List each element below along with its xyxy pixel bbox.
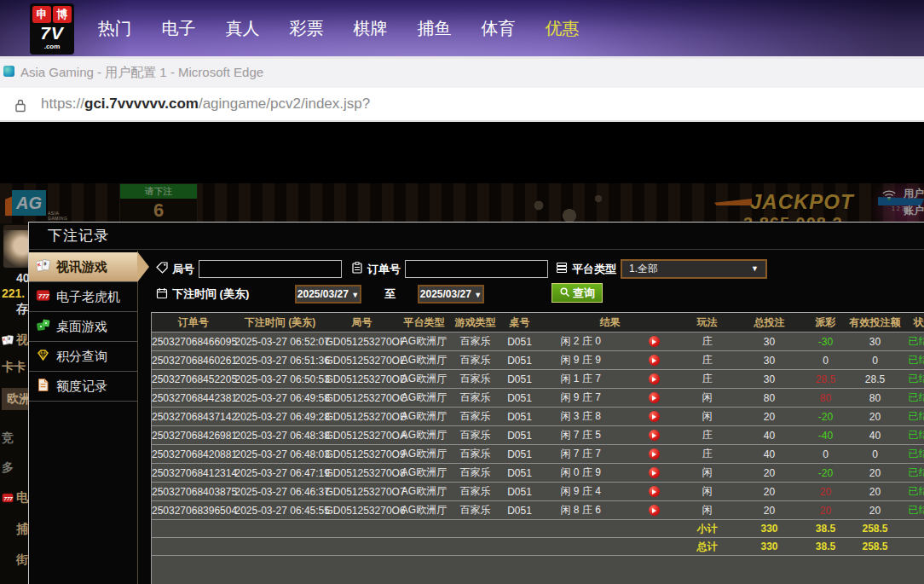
- date-to-dropdown[interactable]: 2025/03/27 ▼: [418, 285, 484, 304]
- cell-table: D051: [501, 389, 539, 408]
- nav-item-6[interactable]: 捕鱼: [402, 0, 466, 56]
- cell-order: 250327068396504: [152, 501, 235, 520]
- cell-result: 闲 1 庄 7: [539, 370, 682, 389]
- cell-round: GD051253270O6: [326, 501, 399, 520]
- cell-total-bet: 30: [733, 370, 806, 389]
- lobby-left-label: 存款: [16, 302, 28, 317]
- user-avatar: [3, 225, 28, 268]
- sidebar-tab-5[interactable]: 额度记录: [29, 372, 137, 402]
- date-from-dropdown[interactable]: 2025/03/27 ▼: [295, 285, 361, 304]
- wallet-icon: [2, 304, 14, 315]
- cards-icon: K9: [2, 334, 14, 346]
- play-video-icon[interactable]: [649, 505, 660, 516]
- play-video-icon[interactable]: [649, 411, 660, 422]
- cell-valid-bet: 40: [846, 426, 905, 445]
- play-video-icon[interactable]: [649, 486, 660, 497]
- site-logo[interactable]: 申 博 7V .com: [30, 3, 74, 55]
- cell-round: GD051253270OA: [326, 426, 399, 445]
- sidebar-tab-3[interactable]: 桌面游戏: [29, 312, 137, 342]
- window-title: Asia Gaming - 用户配置 1 - Microsoft Edge: [20, 65, 263, 81]
- cell-platform: AG欧洲厅: [399, 370, 450, 389]
- result-text: 闲 8 庄 6: [561, 503, 601, 518]
- search-icon: [559, 286, 570, 300]
- grand-total-total-bet: 330: [733, 538, 806, 556]
- nav-item-7[interactable]: 体育: [466, 0, 530, 56]
- sidebar-tab-label: 视讯游戏: [56, 259, 107, 275]
- table-row-2: 2503270684602612025-03-27 06:51:36GD0512…: [152, 351, 924, 370]
- platform-select[interactable]: 1.全部 ▼: [621, 259, 767, 279]
- browser-url-bar[interactable]: https://gci.7vvvvvv.com/agingame/pcv2/in…: [0, 88, 924, 122]
- cell-payout: -30: [806, 332, 846, 351]
- cell-status: 已结算: [905, 426, 924, 445]
- cell-status: 已结算: [905, 408, 924, 426]
- grand-total-spacer: [152, 538, 682, 556]
- platform-list-icon: [556, 262, 568, 276]
- cell-game: 百家乐: [450, 351, 501, 370]
- play-video-icon[interactable]: [649, 373, 660, 385]
- cell-total-bet: 20: [733, 501, 806, 520]
- cell-platform: AG欧洲厅: [399, 483, 450, 501]
- query-button[interactable]: 查询: [552, 283, 603, 303]
- url-prefix: https://: [41, 95, 84, 112]
- cell-order: 250327068412314: [152, 464, 235, 483]
- sidebar-tab-label: 电子老虎机: [56, 289, 120, 305]
- round-input[interactable]: [199, 260, 342, 278]
- lobby-left-label: 电子游戏: [16, 490, 28, 506]
- play-video-icon[interactable]: [649, 392, 660, 403]
- lobby-left-item-6: 欧洲: [2, 388, 28, 410]
- nav-item-2[interactable]: 电子: [147, 0, 211, 56]
- cell-order: 250327068437142: [152, 408, 235, 426]
- cell-payout: 28.5: [806, 370, 846, 389]
- sidebar-tab-4[interactable]: 积分查询: [29, 342, 137, 372]
- table-row-9: 2503270684038752025-03-27 06:46:37GD0512…: [152, 483, 924, 501]
- cell-round: GD051253270OC: [326, 389, 399, 408]
- cell-time: 2025-03-27 06:48:03: [235, 445, 326, 464]
- result-text: 闲 2 庄 0: [561, 334, 601, 349]
- nav-item-5[interactable]: 棋牌: [338, 0, 402, 56]
- nav-item-8[interactable]: 优惠: [530, 0, 594, 56]
- cell-time: 2025-03-27 06:51:36: [235, 351, 326, 370]
- lock-icon[interactable]: [14, 98, 26, 116]
- subtotal-label: 小计: [682, 520, 733, 538]
- nav-item-1[interactable]: 热门: [83, 0, 147, 56]
- table-row-4: 2503270684423812025-03-27 06:49:58GD0512…: [152, 389, 924, 408]
- cell-valid-bet: 0: [846, 351, 905, 370]
- lobby-left-label: 221.: [2, 286, 25, 300]
- calendar-icon: [156, 287, 168, 302]
- play-video-icon[interactable]: [649, 467, 660, 478]
- cell-result: 闲 3 庄 8: [539, 408, 682, 426]
- subtotal-valid-bet: 258.5: [846, 520, 905, 538]
- nav-item-3[interactable]: 真人: [211, 0, 274, 56]
- cell-total-bet: 30: [733, 332, 806, 351]
- column-header-7: 结果: [539, 313, 682, 332]
- tag-icon: [156, 262, 168, 276]
- sidebar-tab-1[interactable]: K9视讯游戏: [29, 252, 137, 282]
- nav-item-4[interactable]: 彩票: [274, 0, 338, 56]
- date-to-label-wrap: 至: [384, 286, 396, 302]
- sidebar-tab-2[interactable]: 777电子老虎机: [29, 282, 137, 312]
- lobby-left-item-3: 存款: [2, 302, 28, 317]
- play-video-icon[interactable]: [649, 430, 660, 441]
- cell-payout: -20: [806, 408, 846, 426]
- cards-icon: K9: [36, 258, 50, 275]
- grand-total-row: 总计33038.5258.5: [152, 538, 924, 556]
- play-video-icon[interactable]: [649, 448, 660, 460]
- panel-content: 局号 订单号 平台类型 1.全部 ▼ 下注时间 (美东) 2025/03/2: [139, 251, 924, 584]
- order-input[interactable]: [405, 260, 548, 278]
- svg-text:777: 777: [38, 292, 49, 300]
- url-domain: gci.7vvvvvv.com: [84, 95, 199, 112]
- lobby-left-sliver: 4003221.存款K9视卡卡欧洲竞多777电子游戏捕鱼王街机: [0, 223, 28, 584]
- column-header-3: 局号: [326, 313, 399, 332]
- site-nav: 申 博 7V .com 热门电子真人彩票棋牌捕鱼体育优惠: [0, 0, 924, 56]
- cell-platform: AG欧洲厅: [399, 351, 450, 370]
- url-text[interactable]: https://gci.7vvvvvv.com/agingame/pcv2/in…: [41, 95, 370, 113]
- cell-round: GD051253270O9: [326, 445, 399, 464]
- play-video-icon[interactable]: [649, 336, 660, 347]
- cell-valid-bet: 0: [846, 445, 905, 464]
- result-text: 闲 9 庄 7: [561, 390, 601, 405]
- cell-round: GD051253270O7: [326, 483, 399, 501]
- order-label: 订单号: [367, 262, 401, 277]
- cell-table: D051: [501, 483, 539, 501]
- play-video-icon[interactable]: [649, 355, 660, 366]
- logo-char-right: 博: [53, 6, 72, 23]
